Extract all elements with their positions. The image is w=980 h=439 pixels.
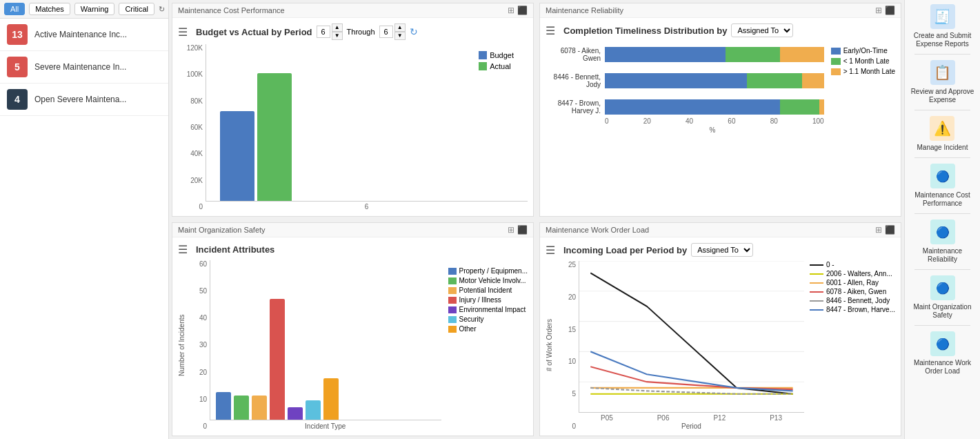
panel1-icon2[interactable]: ⬛ [517, 6, 528, 15]
panel4-icon1[interactable]: ⊞ [875, 225, 882, 235]
panel4-menu-icon[interactable]: ☰ [546, 244, 555, 257]
htbar-track-3 [605, 99, 824, 115]
inc-legend-color-2 [448, 277, 457, 284]
list-item[interactable]: 4 Open Severe Maintena... [0, 84, 168, 116]
panel2-content: ☰ Completion Timeliness Distribution by … [540, 18, 901, 216]
panel1-period: 6 ▲ ▼ [317, 23, 343, 40]
rs-create-expense-icon: 🧾 [930, 4, 955, 29]
htbar-blue-2 [605, 73, 747, 88]
tab-matches[interactable]: Matches [29, 3, 70, 15]
il-color-2 [810, 273, 823, 275]
htbar-row-3: 8447 - Brown, Harvey J. [546, 99, 824, 115]
rs-create-expense-label: Create and Submit Expense Reports [908, 32, 977, 48]
htbar-row-2: 8446 - Bennett, Jody [546, 73, 824, 88]
htbar-legend: Early/On-Time < 1 Month Late > 1.1 Month… [831, 47, 895, 211]
rs-divider-2 [914, 110, 970, 110]
legend-actual: Actual [479, 62, 514, 70]
charts-area: Maintenance Cost Performance ⊞ ⬛ ☰ Budge… [169, 0, 904, 439]
panel-incoming-load: Maintenance Work Order Load ⊞ ⬛ ☰ Incomi… [539, 222, 901, 436]
inc-bar-4 [270, 299, 285, 420]
line-chart-svg [579, 261, 804, 413]
tab-critical[interactable]: Critical [119, 3, 154, 15]
inc-legend-3: Potential Incident [448, 286, 528, 294]
panel2-icon1[interactable]: ⊞ [875, 6, 882, 15]
il-1: 0 - [810, 261, 895, 269]
rs-org-safety-icon: 🔵 [930, 275, 955, 300]
through-up[interactable]: ▲ [394, 23, 406, 32]
right-sidebar: 🧾 Create and Submit Expense Reports 📋 Re… [904, 0, 980, 439]
period-arrows: ▲ ▼ [332, 23, 343, 40]
line-y-axis: 25 20 15 10 5 0 [557, 261, 579, 430]
panel1-menu-icon[interactable]: ☰ [178, 26, 188, 39]
incoming-legend: 0 - 2006 - Walters, Ann... 6001 - Allen,… [804, 261, 895, 430]
inc-ylabel: Number of Incidents [178, 260, 189, 430]
rs-item-review-expense[interactable]: 📋 Review and Approve Expense [908, 60, 977, 104]
htbar-legend-gt1: > 1.1 Month Late [831, 68, 895, 75]
period-up[interactable]: ▲ [332, 23, 343, 32]
panel1-icons: ⊞ ⬛ [508, 6, 528, 15]
tab-warning[interactable]: Warning [74, 3, 115, 15]
il-4: 6078 - Aiken, Gwen [810, 288, 895, 295]
inc-legend: Property / Equipmen... Motor Vehicle Inv… [441, 260, 528, 430]
panel3-icon2[interactable]: ⬛ [517, 225, 528, 235]
panel-incident-attributes: Maint Organization Safety ⊞ ⬛ ☰ Incident… [172, 222, 534, 436]
inc-bar-3 [252, 396, 267, 420]
htbar-orange-3 [819, 99, 823, 115]
bar-chart: 120K 100K 80K 60K 40K 20K 0 [178, 44, 528, 211]
rs-workorder-load-label: Maintenance Work Order Load [908, 359, 977, 375]
rs-manage-incident-label: Manage Incident [917, 144, 968, 152]
badge-severe: 5 [7, 57, 28, 77]
through-control: 6 ▲ ▼ [379, 23, 406, 40]
panel4-dropdown[interactable]: Assigned To [691, 243, 753, 257]
panel3-menu-icon[interactable]: ☰ [178, 243, 188, 256]
list-item[interactable]: 13 Active Maintenance Inc... [0, 19, 168, 51]
panel1-content: ☰ Budget vs Actual by Period 6 ▲ ▼ Throu… [172, 18, 533, 216]
panel4-icons: ⊞ ⬛ [875, 225, 895, 235]
htbar-orange-1 [780, 47, 824, 62]
bars-container: Budget Actual [206, 44, 528, 202]
panel1-refresh[interactable]: ↻ [410, 26, 418, 37]
through-down[interactable]: ▼ [394, 32, 406, 40]
bar-legend: Budget Actual [479, 51, 514, 70]
rs-item-workorder-load[interactable]: 🔵 Maintenance Work Order Load [908, 331, 977, 375]
rs-item-org-safety[interactable]: 🔵 Maint Organization Safety [908, 275, 977, 320]
inc-body: Number of Incidents 60 50 40 30 20 10 0 [178, 260, 528, 430]
rs-divider-6 [914, 325, 970, 326]
panel3-icon1[interactable]: ⊞ [508, 225, 514, 235]
rs-item-create-expense[interactable]: 🧾 Create and Submit Expense Reports [908, 4, 977, 48]
line-chart-body: P05 P06 P12 P13 Period [579, 261, 804, 430]
refresh-icon[interactable]: ↻ [159, 5, 165, 14]
rs-item-manage-incident[interactable]: ⚠️ Manage Incident [917, 116, 968, 152]
il-3: 6001 - Allen, Ray [810, 279, 895, 286]
inc-bar-7 [323, 378, 339, 420]
period-down[interactable]: ▼ [332, 32, 343, 40]
panel3-icons: ⊞ ⬛ [508, 225, 528, 235]
rs-item-cost-performance[interactable]: 🔵 Maintenance Cost Performance [908, 164, 977, 208]
inc-legend-2: Motor Vehicle Involv... [448, 277, 528, 284]
panel-budget-vs-actual: Maintenance Cost Performance ⊞ ⬛ ☰ Budge… [172, 3, 534, 217]
il-color-5 [810, 300, 823, 302]
inc-bar-2 [234, 396, 249, 420]
panel2-dropdown[interactable]: Assigned To [731, 23, 793, 37]
rs-cost-performance-label: Maintenance Cost Performance [908, 191, 977, 208]
panel4-icon2[interactable]: ⬛ [885, 225, 895, 235]
htbar-blue-1 [605, 47, 726, 62]
panel3-header: Maint Organization Safety ⊞ ⬛ [172, 223, 533, 237]
panel2-icon2[interactable]: ⬛ [885, 6, 895, 15]
tab-all[interactable]: All [4, 3, 25, 15]
left-sidebar: All Matches Warning Critical ↻ 13 Active… [0, 0, 169, 439]
htbar-chart: 6078 - Aiken, Gwen 8446 - Benn [546, 41, 895, 211]
inc-bars [210, 260, 441, 420]
period-value: 6 [317, 26, 330, 38]
panel1-icon1[interactable]: ⊞ [508, 6, 514, 15]
panel2-menu-icon[interactable]: ☰ [546, 24, 555, 37]
rs-item-reliability[interactable]: 🔵 Maintenance Reliability [908, 220, 977, 264]
rs-reliability-label: Maintenance Reliability [908, 247, 977, 264]
bar-budget [220, 111, 254, 201]
panel1-title: Budget vs Actual by Period [196, 27, 312, 37]
bar-chart-body: Budget Actual 6 [206, 44, 528, 211]
panel3-content: ☰ Incident Attributes Number of Incident… [172, 237, 533, 436]
bar-actual [257, 73, 292, 201]
list-item[interactable]: 5 Severe Maintenance In... [0, 51, 168, 84]
rs-divider-1 [914, 54, 970, 55]
